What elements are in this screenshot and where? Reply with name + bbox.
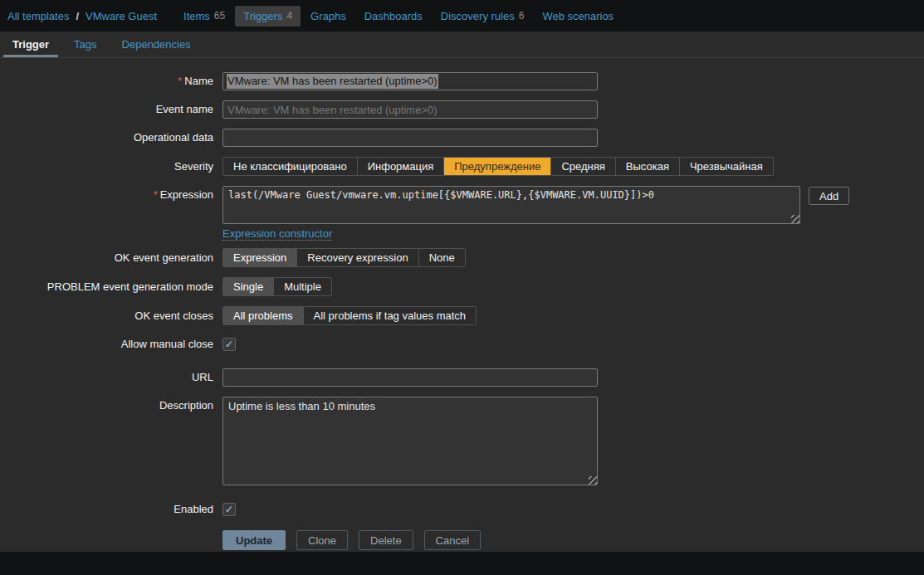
nav-item-items-label: Items	[183, 10, 210, 22]
delete-button[interactable]: Delete	[359, 530, 413, 550]
nav-item-dashboards-label: Dashboards	[364, 10, 423, 22]
checkmark-icon: ✓	[225, 504, 233, 514]
allow-manual-close-checkbox[interactable]: ✓	[222, 338, 236, 351]
tab-dependencies[interactable]: Dependencies	[113, 32, 200, 57]
ok-event-closes-radio-group: All problems All problems if tag values …	[222, 306, 477, 325]
nav-item-triggers-count: 4	[286, 10, 292, 22]
problem-event-generation-mode-radio-group: Single Multiple	[222, 277, 332, 296]
ok-event-generation-option-none[interactable]: None	[419, 249, 465, 266]
enabled-label: Enabled	[0, 500, 222, 519]
allow-manual-close-row: Allow manual close ✓	[0, 335, 924, 353]
trigger-form: *Name VMware: VM has been restarted (upt…	[0, 58, 924, 550]
update-button[interactable]: Update	[222, 530, 286, 550]
nav-item-graphs[interactable]: Graphs	[302, 6, 354, 27]
ok-event-generation-radio-group: Expression Recovery expression None	[222, 248, 466, 267]
required-asterisk: *	[154, 188, 158, 201]
nav-item-graphs-label: Graphs	[310, 10, 346, 22]
tab-tags[interactable]: Tags	[65, 32, 105, 57]
severity-option-not-classified[interactable]: Не классифицировано	[223, 158, 358, 175]
url-row: URL	[0, 368, 924, 387]
description-label: Description	[0, 397, 222, 415]
ok-event-generation-row: OK event generation Expression Recovery …	[0, 248, 924, 267]
severity-option-average[interactable]: Средняя	[551, 158, 615, 175]
nav-item-discovery-rules-label: Discovery rules	[441, 10, 515, 22]
expression-label: *Expression	[0, 186, 222, 204]
problem-mode-option-multiple[interactable]: Multiple	[274, 278, 331, 295]
severity-label: Severity	[0, 157, 222, 176]
nav-item-web-scenarios-label: Web scenarios	[542, 10, 614, 22]
expression-field-wrap: last(/VMware Guest/vmware.vm.uptime[{$VM…	[222, 186, 849, 224]
nav-item-dashboards[interactable]: Dashboards	[356, 6, 431, 27]
ok-event-generation-label: OK event generation	[0, 248, 222, 267]
cancel-button[interactable]: Cancel	[424, 530, 481, 550]
ok-event-closes-option-all-problems-if-tag-values-match[interactable]: All problems if tag values match	[304, 307, 477, 324]
description-textarea[interactable]: Uptime is less than 10 minutes	[222, 397, 598, 485]
nav-item-web-scenarios[interactable]: Web scenarios	[534, 6, 622, 27]
problem-event-generation-mode-label: PROBLEM event generation mode	[0, 277, 222, 296]
expression-textarea[interactable]: last(/VMware Guest/vmware.vm.uptime[{$VM…	[222, 186, 800, 224]
severity-option-disaster[interactable]: Чрезвычайная	[680, 158, 773, 175]
enabled-checkbox[interactable]: ✓	[222, 503, 236, 516]
top-navigation-bar: All templates / VMware Guest Items 65 Tr…	[0, 0, 924, 32]
footer-buttons: Update Clone Delete Cancel	[222, 530, 481, 550]
expression-add-button[interactable]: Add	[809, 187, 849, 205]
expression-textarea-wrap: last(/VMware Guest/vmware.vm.uptime[{$VM…	[222, 186, 800, 224]
trigger-edit-panel: Trigger Tags Dependencies *Name VMware: …	[0, 32, 924, 552]
operational-data-row: Operational data	[0, 129, 924, 147]
problem-event-generation-mode-row: PROBLEM event generation mode Single Mul…	[0, 277, 924, 296]
severity-row: Severity Не классифицировано Информация …	[0, 157, 924, 176]
url-label: URL	[0, 368, 222, 387]
description-textarea-wrap: Uptime is less than 10 minutes	[222, 397, 598, 485]
expression-row: *Expression last(/VMware Guest/vmware.vm…	[0, 186, 924, 224]
expression-constructor-row: Expression constructor	[0, 227, 924, 241]
name-row: *Name VMware: VM has been restarted (upt…	[0, 72, 924, 90]
ok-event-closes-option-all-problems[interactable]: All problems	[223, 307, 304, 324]
clone-button[interactable]: Clone	[296, 530, 348, 550]
ok-event-generation-option-expression[interactable]: Expression	[223, 249, 297, 266]
breadcrumb-separator: /	[76, 10, 79, 22]
ok-event-generation-option-recovery-expression[interactable]: Recovery expression	[297, 249, 418, 266]
severity-radio-group: Не классифицировано Информация Предупреж…	[222, 157, 774, 176]
expression-constructor-link[interactable]: Expression constructor	[222, 227, 332, 241]
tab-bar: Trigger Tags Dependencies	[0, 32, 924, 58]
event-name-input[interactable]	[222, 100, 598, 119]
severity-option-warning[interactable]: Предупреждение	[444, 158, 551, 175]
nav-item-discovery-rules-count: 6	[519, 10, 525, 22]
checkmark-icon: ✓	[225, 339, 233, 349]
name-input-selected-text: VMware: VM has been restarted (uptime>0)	[227, 74, 438, 89]
footer-buttons-row: Update Clone Delete Cancel	[0, 530, 924, 550]
nav-item-discovery-rules[interactable]: Discovery rules 6	[433, 6, 533, 27]
ok-event-closes-label: OK event closes	[0, 306, 222, 325]
resize-handle[interactable]	[791, 215, 799, 223]
severity-option-information[interactable]: Информация	[358, 158, 445, 175]
name-input[interactable]: VMware: VM has been restarted (uptime>0)	[222, 72, 598, 90]
event-name-row: Event name	[0, 100, 924, 119]
nav-item-items-count: 65	[214, 10, 225, 22]
url-input[interactable]	[222, 368, 598, 387]
breadcrumb-all-templates[interactable]: All templates	[7, 10, 69, 22]
nav-item-items[interactable]: Items 65	[175, 6, 233, 27]
severity-option-high[interactable]: Высокая	[616, 158, 680, 175]
operational-data-label: Operational data	[0, 129, 222, 147]
resize-handle[interactable]	[589, 476, 597, 485]
nav-item-triggers-label: Triggers	[243, 10, 282, 22]
name-label: *Name	[0, 72, 222, 90]
description-row: Description Uptime is less than 10 minut…	[0, 397, 924, 485]
enabled-row: Enabled ✓	[0, 500, 924, 519]
event-name-label: Event name	[0, 100, 222, 119]
breadcrumb-template-name[interactable]: VMware Guest	[86, 10, 157, 22]
ok-event-closes-row: OK event closes All problems All problem…	[0, 306, 924, 325]
tab-trigger[interactable]: Trigger	[3, 32, 58, 57]
nav-item-triggers[interactable]: Triggers 4	[235, 6, 301, 27]
operational-data-input[interactable]	[222, 129, 598, 147]
required-asterisk: *	[178, 75, 182, 87]
problem-mode-option-single[interactable]: Single	[223, 278, 274, 295]
allow-manual-close-label: Allow manual close	[0, 335, 222, 353]
